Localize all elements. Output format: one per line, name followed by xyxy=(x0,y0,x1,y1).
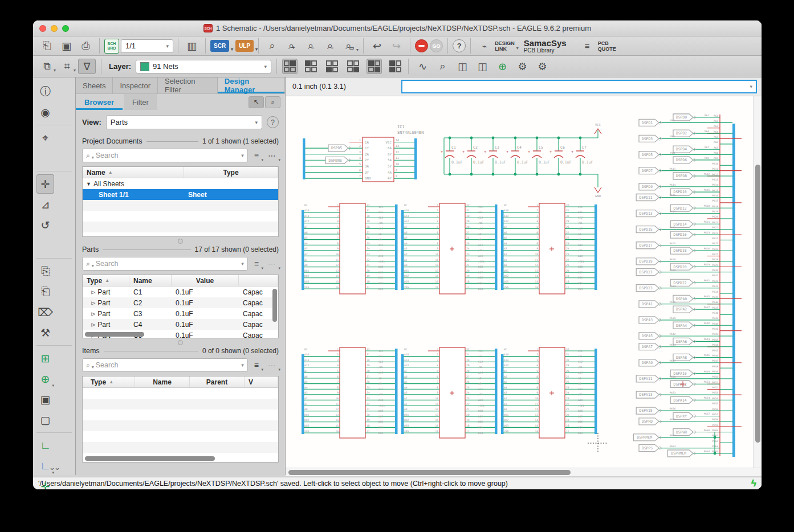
maximize-button[interactable] xyxy=(62,25,69,32)
simulate-wave-icon[interactable]: ∿ xyxy=(414,59,431,74)
eye-icon[interactable]: ◉ xyxy=(36,103,54,122)
list-options-icon[interactable]: ≡▾ xyxy=(251,150,262,161)
schematic-drawing[interactable]: IC1SN74ALS04BN11A21Y32A42Y53A63Y7GND14VC… xyxy=(286,96,754,468)
tab-sheets[interactable]: Sheets xyxy=(76,77,113,93)
sheet-selector[interactable]: 1/1 ▾ xyxy=(121,39,173,53)
display-mode-icon-3[interactable] xyxy=(324,59,340,74)
info-icon[interactable]: ⓘ xyxy=(36,82,54,101)
zoom-out-icon[interactable]: ⌕− xyxy=(302,38,320,54)
canvas-horizontal-scrollbar[interactable] xyxy=(286,468,762,476)
design-link-button[interactable]: DESIGN LINK xyxy=(495,40,515,52)
palette-expand-icon[interactable]: ⌄⌄ xyxy=(33,463,75,472)
column-header[interactable] xyxy=(239,275,278,286)
select-mode-icon[interactable]: ↖ xyxy=(249,96,264,108)
documents-search-input[interactable]: ⌕▾ ▾ xyxy=(82,149,248,162)
zoom-fit-icon[interactable]: ⌕ xyxy=(263,38,281,54)
list-options-icon[interactable]: ≡▾ xyxy=(251,258,262,269)
zoom-in-icon[interactable]: ⌕+ xyxy=(283,38,300,54)
pcb-quote-button[interactable]: PCB QUOTE xyxy=(598,40,616,52)
add-gate-icon[interactable]: ⊕▾ xyxy=(36,369,54,388)
filter-icon[interactable]: ∇ xyxy=(78,59,96,74)
display-mode-icon-2[interactable] xyxy=(303,59,319,74)
help-icon[interactable]: ? xyxy=(267,116,279,128)
splitter-handle[interactable] xyxy=(178,340,183,345)
stop-button[interactable] xyxy=(415,39,428,52)
settings-gear-icon[interactable]: ⚙ xyxy=(534,59,551,74)
redo-icon[interactable]: ↪ xyxy=(388,38,405,54)
net-icon[interactable]: ∟ xyxy=(36,436,54,455)
column-header[interactable]: Name▲ xyxy=(83,167,184,178)
open-icon[interactable]: ⎗ xyxy=(38,38,56,54)
table-row[interactable]: ⊳PartC30.1uFCapac xyxy=(83,308,278,319)
group-select-icon[interactable]: ⌖ xyxy=(36,128,54,148)
table-row[interactable]: ⊳PartC20.1uFCapac xyxy=(83,297,278,308)
scrollbar-thumb[interactable] xyxy=(755,165,760,443)
display-mode-icon-6[interactable] xyxy=(388,59,403,74)
schematic-canvas[interactable]: IC1SN74ALS04BN11A21Y32A42Y53A63Y7GND14VC… xyxy=(286,96,762,468)
minimize-button[interactable] xyxy=(51,25,58,32)
rotate-icon[interactable]: ↺ xyxy=(36,215,54,235)
zoom-redraw-icon[interactable]: ⌕▭▾ xyxy=(341,38,359,54)
delete-icon[interactable]: ⌦ xyxy=(36,302,54,322)
parts-search-input[interactable]: ⌕▾ ▾ xyxy=(82,257,248,271)
table-row[interactable]: ⊳PartC10.1uFCapac xyxy=(83,287,278,297)
tab-design-manager[interactable]: Design Manager xyxy=(218,77,285,93)
undo-icon[interactable]: ↩ xyxy=(368,38,386,54)
probe-icon[interactable]: ⌕ xyxy=(434,59,451,74)
canvas-vertical-scrollbar[interactable] xyxy=(753,96,762,468)
multimeter2-icon[interactable]: ◫ xyxy=(474,59,491,74)
display-mode-icon-5[interactable] xyxy=(367,59,382,74)
display-mode-icon-4[interactable] xyxy=(345,59,361,74)
overflow-menu-icon[interactable]: ⋯▾ xyxy=(265,258,279,269)
command-input[interactable]: ▾ xyxy=(401,80,757,93)
replace-icon[interactable]: ▣ xyxy=(36,390,54,409)
go-button[interactable]: GO xyxy=(430,39,443,52)
zoom-select-icon[interactable]: ⌕− xyxy=(321,38,339,54)
paste-icon[interactable]: ⎗ xyxy=(36,282,54,301)
multimeter-icon[interactable]: ◫ xyxy=(454,59,471,74)
subtab-browser[interactable]: Browser xyxy=(76,94,123,110)
sim-settings-icon[interactable]: ⚙ xyxy=(514,59,531,74)
zoom-mode-icon[interactable]: ⌕ xyxy=(265,96,280,108)
column-header[interactable]: Name xyxy=(129,275,172,286)
save-icon[interactable]: ▣ xyxy=(58,38,75,54)
column-header[interactable]: Type▲ xyxy=(83,377,135,387)
lightning-status-icon[interactable]: ϟ xyxy=(751,478,756,489)
overflow-menu-icon[interactable]: ⋯▾ xyxy=(265,150,279,161)
move-icon[interactable]: ✛ xyxy=(36,174,54,194)
subtab-filter[interactable]: Filter xyxy=(124,94,157,110)
scrollbar-thumb[interactable] xyxy=(288,470,571,475)
group-row[interactable]: ▼All Sheets xyxy=(83,178,278,189)
list-options-icon[interactable]: ≡▾ xyxy=(251,359,262,371)
scrollbar-thumb[interactable] xyxy=(272,289,277,322)
junction-icon[interactable]: ✛ xyxy=(36,477,54,490)
tab-selection-filter[interactable]: Selection Filter xyxy=(158,77,218,93)
layer-selector[interactable]: 91 Nets ▾ xyxy=(136,60,271,73)
splitter-handle[interactable] xyxy=(178,239,183,244)
column-header[interactable]: Parent xyxy=(190,377,245,387)
print-icon[interactable]: ⎙ xyxy=(77,38,95,54)
pcb-quote-icon[interactable]: ≡ xyxy=(579,38,596,54)
column-header[interactable]: Type▲ xyxy=(83,275,129,286)
column-header[interactable]: Value xyxy=(172,275,239,286)
view-selector[interactable]: Parts ▾ xyxy=(106,115,262,129)
display-mode-icon-1[interactable] xyxy=(282,59,298,74)
help-button[interactable]: ? xyxy=(453,39,466,52)
layer-settings-icon[interactable]: ⧉▾ xyxy=(38,59,56,74)
link-add-icon[interactable]: ⊕ xyxy=(494,59,511,74)
copy-icon[interactable]: ⎘ xyxy=(36,261,54,281)
scr-button[interactable]: SCR▾ xyxy=(210,40,229,52)
wrench-icon[interactable]: ⚒ xyxy=(36,323,54,342)
close-button[interactable] xyxy=(39,25,46,32)
overflow-menu-icon[interactable]: ⋯▾ xyxy=(265,359,279,371)
column-header[interactable]: V xyxy=(245,377,278,387)
scrollbar-thumb[interactable] xyxy=(85,456,215,461)
samacsys-button[interactable]: SamacSys PCB Library xyxy=(524,39,567,54)
add-part-icon[interactable]: ⊞ xyxy=(36,349,54,368)
design-link-icon[interactable]: ⌁ xyxy=(475,38,493,54)
scrollbar-thumb[interactable] xyxy=(85,332,144,337)
column-header[interactable]: Name xyxy=(135,377,190,387)
gate-swap-icon[interactable]: ▢ xyxy=(36,410,54,429)
column-header[interactable]: Type xyxy=(184,167,278,178)
items-search-input[interactable]: ⌕▾ ▾ xyxy=(82,358,248,372)
